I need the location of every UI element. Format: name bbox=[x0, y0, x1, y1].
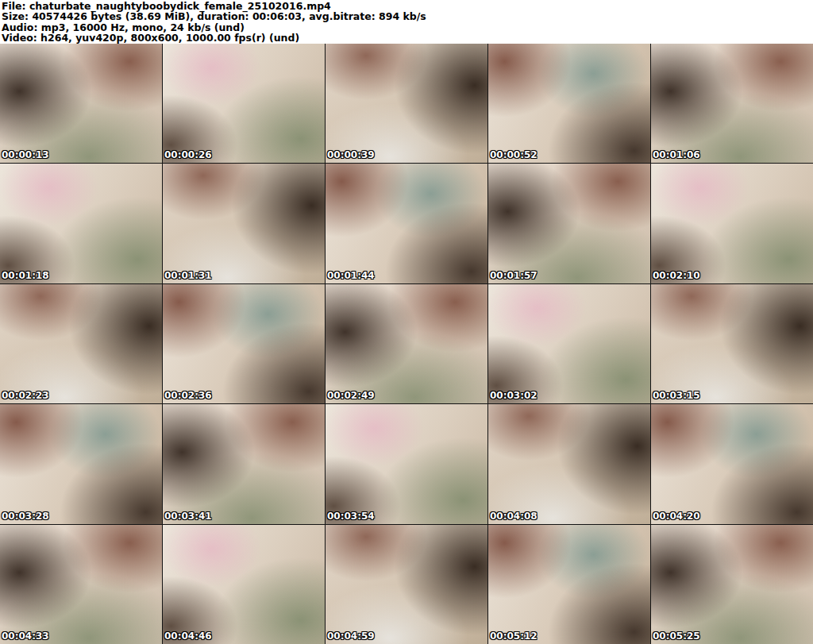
video-thumbnail: 00:01:44 bbox=[326, 164, 487, 283]
video-thumbnail: 00:05:12 bbox=[488, 525, 650, 644]
timestamp-label: 00:00:13 bbox=[2, 149, 49, 160]
timestamp-label: 00:04:59 bbox=[327, 631, 375, 642]
timestamp-label: 00:03:41 bbox=[164, 511, 212, 522]
timestamp-label: 00:00:52 bbox=[490, 149, 538, 160]
timestamp-label: 00:01:06 bbox=[653, 149, 700, 160]
timestamp-label: 00:04:08 bbox=[490, 511, 538, 522]
video-thumbnail: 00:04:08 bbox=[488, 404, 650, 523]
timestamp-label: 00:05:12 bbox=[490, 631, 538, 642]
video-thumbnail: 00:03:54 bbox=[326, 404, 487, 523]
timestamp-label: 00:01:44 bbox=[327, 270, 375, 281]
timestamp-label: 00:02:36 bbox=[164, 390, 212, 401]
video-thumbnail: 00:03:02 bbox=[488, 284, 650, 403]
timestamp-label: 00:03:15 bbox=[653, 390, 700, 401]
metadata-video-line: Video: h264, yuv420p, 800x600, 1000.00 f… bbox=[2, 33, 813, 43]
timestamp-label: 00:03:02 bbox=[490, 390, 538, 401]
timestamp-label: 00:05:25 bbox=[653, 631, 700, 642]
thumbnail-grid: 00:00:13 00:00:26 00:00:39 00:00:52 00:0… bbox=[0, 44, 813, 644]
video-thumbnail: 00:02:10 bbox=[651, 164, 813, 283]
timestamp-label: 00:03:28 bbox=[2, 511, 49, 522]
video-thumbnail: 00:00:13 bbox=[0, 44, 162, 163]
file-metadata-header: File: chaturbate_naughtyboobydick_female… bbox=[0, 0, 813, 44]
timestamp-label: 00:02:49 bbox=[327, 390, 375, 401]
video-thumbnail: 00:00:52 bbox=[488, 44, 650, 163]
timestamp-label: 00:01:31 bbox=[164, 270, 212, 281]
metadata-file-line: File: chaturbate_naughtyboobydick_female… bbox=[2, 1, 813, 11]
video-thumbnail: 00:03:41 bbox=[163, 404, 325, 523]
video-thumbnail: 00:04:59 bbox=[326, 525, 487, 644]
timestamp-label: 00:01:18 bbox=[2, 270, 49, 281]
timestamp-label: 00:00:26 bbox=[164, 149, 212, 160]
video-thumbnail: 00:01:57 bbox=[488, 164, 650, 283]
video-thumbnail: 00:02:23 bbox=[0, 284, 162, 403]
timestamp-label: 00:04:46 bbox=[164, 631, 212, 642]
timestamp-label: 00:04:33 bbox=[2, 631, 49, 642]
video-thumbnail: 00:02:36 bbox=[163, 284, 325, 403]
video-thumbnail: 00:03:28 bbox=[0, 404, 162, 523]
video-thumbnail: 00:03:15 bbox=[651, 284, 813, 403]
video-thumbnail: 00:04:20 bbox=[651, 404, 813, 523]
video-thumbnail: 00:02:49 bbox=[326, 284, 487, 403]
metadata-audio-line: Audio: mp3, 16000 Hz, mono, 24 kb/s (und… bbox=[2, 22, 813, 33]
timestamp-label: 00:04:20 bbox=[653, 511, 700, 522]
video-thumbnail: 00:00:39 bbox=[326, 44, 487, 163]
timestamp-label: 00:02:10 bbox=[653, 270, 700, 281]
timestamp-label: 00:00:39 bbox=[327, 149, 375, 160]
video-thumbnail: 00:04:46 bbox=[163, 525, 325, 644]
video-thumbnail: 00:01:31 bbox=[163, 164, 325, 283]
timestamp-label: 00:03:54 bbox=[327, 511, 375, 522]
video-thumbnail: 00:05:25 bbox=[651, 525, 813, 644]
timestamp-label: 00:02:23 bbox=[2, 390, 49, 401]
video-thumbnail: 00:04:33 bbox=[0, 525, 162, 644]
video-thumbnail: 00:01:06 bbox=[651, 44, 813, 163]
metadata-size-line: Size: 40574426 bytes (38.69 MiB), durati… bbox=[2, 11, 813, 21]
timestamp-label: 00:01:57 bbox=[490, 270, 538, 281]
video-thumbnail: 00:00:26 bbox=[163, 44, 325, 163]
video-thumbnail: 00:01:18 bbox=[0, 164, 162, 283]
